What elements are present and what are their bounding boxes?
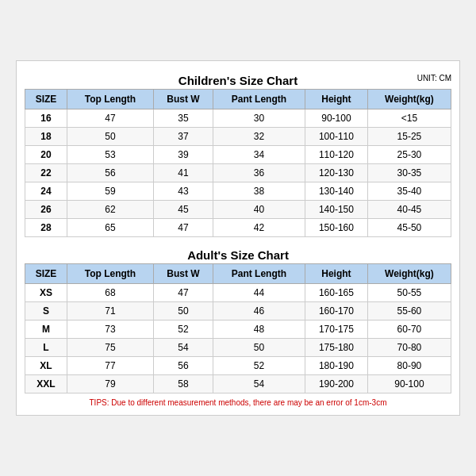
table-cell: 90-100 bbox=[367, 375, 451, 393]
table-cell: 190-200 bbox=[305, 375, 368, 393]
adults-col-toplength: Top Length bbox=[67, 264, 153, 284]
table-cell: 15-25 bbox=[367, 128, 451, 146]
table-cell: 54 bbox=[154, 339, 213, 357]
adults-col-pantlength: Pant Length bbox=[213, 264, 305, 284]
table-row: XL775652180-19080-90 bbox=[25, 357, 451, 375]
table-cell: 44 bbox=[213, 284, 305, 302]
table-cell: 45 bbox=[154, 201, 213, 219]
adults-header-row: SIZE Top Length Bust W Pant Length Heigh… bbox=[25, 264, 451, 284]
table-row: 1647353090-100<15 bbox=[25, 109, 451, 128]
table-cell: S bbox=[25, 302, 67, 321]
chart-container: Children's Size Chart UNIT: CM SIZE Top … bbox=[16, 60, 460, 416]
table-cell: 20 bbox=[25, 146, 67, 164]
adults-title-text: Adult's Size Chart bbox=[187, 248, 289, 262]
table-cell: 47 bbox=[67, 109, 153, 128]
table-cell: 37 bbox=[154, 128, 213, 146]
table-cell: 55-60 bbox=[367, 302, 451, 321]
table-row: 22564136120-13030-35 bbox=[25, 164, 451, 182]
table-cell: 180-190 bbox=[305, 357, 368, 375]
adults-title: Adult's Size Chart bbox=[25, 244, 451, 263]
table-cell: 50 bbox=[154, 302, 213, 321]
tips-text: TIPS: Due to different measurement metho… bbox=[25, 398, 451, 407]
table-cell: 65 bbox=[67, 219, 153, 237]
table-cell: <15 bbox=[367, 109, 451, 128]
table-cell: 32 bbox=[213, 128, 305, 146]
table-cell: 43 bbox=[154, 182, 213, 201]
table-cell: 73 bbox=[67, 321, 153, 339]
table-cell: 170-175 bbox=[305, 321, 368, 339]
table-row: 26624540140-15040-45 bbox=[25, 201, 451, 219]
table-cell: 150-160 bbox=[305, 219, 368, 237]
table-cell: 70-80 bbox=[367, 339, 451, 357]
table-cell: 75 bbox=[67, 339, 153, 357]
children-header-row: SIZE Top Length Bust W Pant Length Heigh… bbox=[25, 90, 451, 109]
table-cell: 160-165 bbox=[305, 284, 368, 302]
table-cell: 30-35 bbox=[367, 164, 451, 182]
table-cell: 46 bbox=[213, 302, 305, 321]
table-cell: 22 bbox=[25, 164, 67, 182]
table-cell: XL bbox=[25, 357, 67, 375]
table-cell: L bbox=[25, 339, 67, 357]
table-cell: 18 bbox=[25, 128, 67, 146]
table-row: 18503732100-11015-25 bbox=[25, 128, 451, 146]
table-row: L755450175-18070-80 bbox=[25, 339, 451, 357]
children-col-weight: Weight(kg) bbox=[367, 90, 451, 109]
table-cell: 35-40 bbox=[367, 182, 451, 201]
adults-col-weight: Weight(kg) bbox=[367, 264, 451, 284]
children-col-size: SIZE bbox=[25, 90, 67, 109]
table-cell: 56 bbox=[67, 164, 153, 182]
table-cell: 16 bbox=[25, 109, 67, 128]
table-row: 20533934110-12025-30 bbox=[25, 146, 451, 164]
table-cell: 26 bbox=[25, 201, 67, 219]
children-col-height: Height bbox=[305, 90, 368, 109]
table-cell: 54 bbox=[213, 375, 305, 393]
adults-col-bustw: Bust W bbox=[154, 264, 213, 284]
table-cell: 35 bbox=[154, 109, 213, 128]
table-cell: 28 bbox=[25, 219, 67, 237]
table-cell: XS bbox=[25, 284, 67, 302]
table-cell: 41 bbox=[154, 164, 213, 182]
table-cell: 42 bbox=[213, 219, 305, 237]
children-col-bustw: Bust W bbox=[154, 90, 213, 109]
table-cell: 130-140 bbox=[305, 182, 368, 201]
table-row: 24594338130-14035-40 bbox=[25, 182, 451, 201]
table-cell: XXL bbox=[25, 375, 67, 393]
table-cell: 60-70 bbox=[367, 321, 451, 339]
table-cell: 36 bbox=[213, 164, 305, 182]
table-cell: 71 bbox=[67, 302, 153, 321]
table-cell: 47 bbox=[154, 219, 213, 237]
children-unit: UNIT: CM bbox=[417, 74, 451, 83]
table-cell: 62 bbox=[67, 201, 153, 219]
table-cell: 52 bbox=[213, 357, 305, 375]
table-row: XS684744160-16550-55 bbox=[25, 284, 451, 302]
table-cell: 68 bbox=[67, 284, 153, 302]
table-cell: 40-45 bbox=[367, 201, 451, 219]
children-title-text: Children's Size Chart bbox=[178, 74, 298, 87]
table-cell: 80-90 bbox=[367, 357, 451, 375]
table-cell: 53 bbox=[67, 146, 153, 164]
table-cell: 58 bbox=[154, 375, 213, 393]
table-cell: 40 bbox=[213, 201, 305, 219]
table-row: XXL795854190-20090-100 bbox=[25, 375, 451, 393]
table-cell: 30 bbox=[213, 109, 305, 128]
table-cell: 59 bbox=[67, 182, 153, 201]
table-cell: 48 bbox=[213, 321, 305, 339]
table-cell: 100-110 bbox=[305, 128, 368, 146]
table-row: M735248170-17560-70 bbox=[25, 321, 451, 339]
table-cell: 160-170 bbox=[305, 302, 368, 321]
table-cell: 50 bbox=[67, 128, 153, 146]
table-cell: 38 bbox=[213, 182, 305, 201]
children-col-toplength: Top Length bbox=[67, 90, 153, 109]
adults-table: SIZE Top Length Bust W Pant Length Heigh… bbox=[25, 263, 451, 393]
table-cell: 56 bbox=[154, 357, 213, 375]
table-cell: 24 bbox=[25, 182, 67, 201]
table-cell: 50 bbox=[213, 339, 305, 357]
table-cell: 52 bbox=[154, 321, 213, 339]
table-cell: 110-120 bbox=[305, 146, 368, 164]
table-cell: 25-30 bbox=[367, 146, 451, 164]
table-cell: 77 bbox=[67, 357, 153, 375]
table-row: S715046160-17055-60 bbox=[25, 302, 451, 321]
table-cell: 79 bbox=[67, 375, 153, 393]
adults-col-height: Height bbox=[305, 264, 368, 284]
children-title: Children's Size Chart UNIT: CM bbox=[25, 69, 451, 89]
